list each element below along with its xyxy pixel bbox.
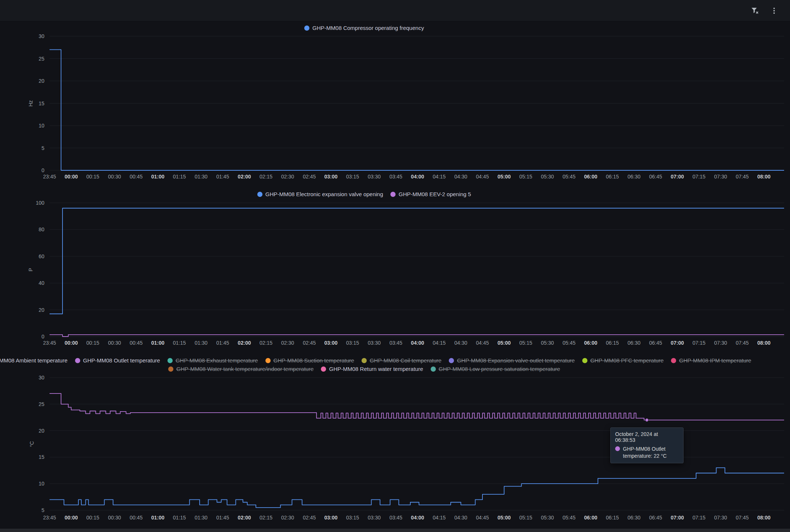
x-tick-label: 05:30 [541,174,554,180]
x-tick-label: 06:00 [584,174,597,180]
x-tick-label: 01:00 [151,515,165,521]
y-tick-label: 5 [41,145,44,151]
series-line [50,335,784,337]
x-tick-label: 01:45 [216,515,229,521]
legend-label: GHP-MM08 Suction temperature [274,357,354,364]
legend-item[interactable]: GHP-MM08 Outlet temperature [75,357,160,364]
kebab-menu-icon[interactable] [769,6,779,16]
legend-item[interactable]: GHP-MM08 IPM temperature [671,357,751,364]
x-tick-label: 05:45 [563,340,576,346]
legend-item[interactable]: GHP-MM08 Ambient temperature [0,357,68,364]
x-tick-label: 04:00 [411,340,424,346]
x-tick-label: 00:45 [130,340,143,346]
x-tick-label: 05:15 [519,174,532,180]
legend-label: GHP-MM08 Expansion valve outlet temperat… [457,357,574,364]
x-tick-label: 01:30 [194,174,207,180]
x-tick-label: 01:15 [173,174,186,180]
legend-item[interactable]: GHP-MM08 Compressor operating frequency [304,25,424,31]
x-tick-label: 03:45 [389,340,402,346]
x-tick-label: 03:00 [324,340,338,346]
chart-panel-2: 020406080100P23:4500:0000:1500:3000:4501… [0,188,790,353]
legend-item[interactable]: GHP-MM08 Exhaust temperature [167,357,258,364]
x-tick-label: 01:15 [173,340,186,346]
x-tick-label: 23:45 [43,515,56,521]
x-tick-label: 06:45 [649,340,662,346]
y-tick-label: 80 [38,226,44,232]
x-tick-label: 04:15 [433,340,445,346]
x-tick-label: 02:45 [303,515,316,521]
y-tick-label: 5 [41,507,44,513]
series-color-icon [431,366,436,372]
horizontal-scrollbar[interactable] [0,529,790,532]
x-tick-label: 07:30 [714,340,727,346]
y-tick-label: 20 [38,428,44,434]
legend-label: GHP-MM08 PFC temperature [590,357,664,364]
clear-filter-icon[interactable] [750,6,760,16]
x-tick-label: 01:15 [173,515,186,521]
legend-item[interactable]: GHP-MM08 PFC temperature [582,357,664,364]
legend-item[interactable]: GHP-MM08 Suction temperature [265,357,354,364]
series-color-icon [168,366,173,372]
x-tick-label: 04:30 [454,340,467,346]
x-tick-label: 23:45 [43,174,56,180]
x-tick-label: 08:00 [757,340,770,346]
x-tick-label: 04:00 [411,515,424,521]
x-tick-label: 05:00 [498,174,511,180]
x-tick-label: 06:00 [584,515,597,521]
x-tick-label: 00:15 [87,340,99,346]
tooltip-series-value: GHP-MM08 Outlet temperature: 22 °C [623,446,679,460]
chart-canvas[interactable]: 051015202530Hz23:4500:0000:1500:3000:450… [0,21,790,188]
y-tick-label: 15 [38,100,44,106]
dashboard: { "header": { "icons": [ {"name": "clear… [0,0,790,532]
legend-item[interactable]: GHP-MM08 Electronic expansion valve open… [257,191,383,197]
legend-item[interactable]: GHP-MM08 Coil temperature [362,357,441,364]
x-tick-label: 00:45 [130,515,143,521]
x-tick-label: 00:00 [65,515,78,521]
x-tick-label: 07:30 [714,174,727,180]
x-tick-label: 00:00 [65,174,78,180]
legend-item[interactable]: GHP-MM08 Return water temperature [321,366,423,372]
x-tick-label: 07:30 [714,515,727,521]
legend-row: GHP-MM08 Compressor operating frequency [304,24,424,32]
y-tick-label: 25 [38,56,44,62]
x-tick-label: 06:15 [606,515,619,521]
x-tick-label: 02:00 [238,515,251,521]
x-tick-label: 07:45 [736,340,749,346]
chart-legend: GHP-MM08 Electronic expansion valve open… [0,190,728,198]
x-tick-label: 07:00 [671,174,684,180]
series-line [50,50,784,170]
legend-label: GHP-MM08 Low pressure saturation tempera… [439,366,560,372]
x-tick-label: 05:00 [498,515,511,521]
y-tick-label: 10 [38,481,44,487]
series-line [50,468,784,508]
x-tick-label: 04:45 [476,340,489,346]
x-tick-label: 00:30 [108,340,121,346]
legend-item[interactable]: GHP-MM08 Water tank temperature/indoor t… [168,366,313,372]
legend-item[interactable]: GHP-MM08 Low pressure saturation tempera… [431,366,560,372]
x-tick-label: 02:15 [260,515,272,521]
y-tick-label: 100 [36,200,45,206]
x-tick-label: 01:45 [216,174,229,180]
legend-item[interactable]: GHP-MM08 EEV-2 opening 5 [390,191,471,197]
x-tick-label: 03:00 [324,515,338,521]
x-tick-label: 01:30 [194,515,207,521]
y-tick-label: 20 [38,78,44,84]
x-tick-label: 03:30 [368,515,381,521]
series-color-icon [304,25,309,31]
x-tick-label: 07:00 [671,515,684,521]
y-tick-label: 15 [38,454,44,460]
hover-point-marker [645,418,648,422]
x-tick-label: 05:30 [541,340,554,346]
x-tick-label: 06:30 [627,174,640,180]
legend-item[interactable]: GHP-MM08 Expansion valve outlet temperat… [449,357,574,364]
x-tick-label: 06:30 [627,340,640,346]
x-tick-label: 06:15 [606,340,619,346]
x-tick-label: 03:30 [368,174,381,180]
x-tick-label: 04:30 [454,174,467,180]
legend-label: GHP-MM08 Compressor operating frequency [312,25,424,31]
x-tick-label: 03:00 [324,174,338,180]
x-tick-label: 00:15 [87,174,99,180]
chart-canvas[interactable]: 020406080100P23:4500:0000:1500:3000:4501… [0,188,790,353]
x-tick-label: 02:00 [238,174,251,180]
series-line [50,208,784,314]
